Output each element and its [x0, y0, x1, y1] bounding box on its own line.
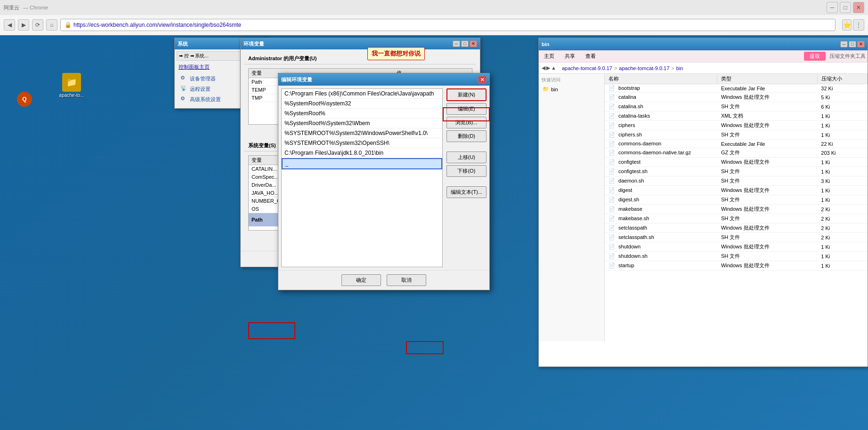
path-item-3[interactable]: %SystemRoot%\System32\Wbem [282, 119, 442, 128]
file-type-icon: 📄 [608, 85, 615, 91]
ribbon-tab-home[interactable]: 主页 [541, 51, 558, 61]
file-type: Windows 批处理文件 [717, 261, 817, 271]
file-name: 📄 daemon.sh [605, 176, 717, 186]
env-win-maximize[interactable]: □ [461, 40, 469, 47]
file-row[interactable]: 📄 setclasspath Windows 批处理文件 2 Ki [605, 223, 868, 233]
file-row[interactable]: 📄 shutdown.sh SH 文件 1 Ki [605, 252, 868, 261]
file-type-icon: 📄 [608, 132, 615, 137]
file-row[interactable]: 📄 makebase.sh SH 文件 2 Ki [605, 214, 868, 223]
new-path-btn[interactable]: 新建(N) [446, 88, 487, 101]
file-row[interactable]: 📄 configtest Windows 批处理文件 1 Ki [605, 158, 868, 167]
address-bar[interactable]: 🔒 https://ecs-workbench.aliyun.com/view/… [60, 19, 836, 31]
file-row[interactable]: 📄 catalina Windows 批处理文件 5 Ki [605, 93, 868, 102]
edit-dialog-titlebar[interactable]: 编辑环境变量 ✕ [278, 73, 489, 86]
delete-path-btn[interactable]: 删除(D) [446, 130, 487, 142]
maximize-btn[interactable]: □ [840, 2, 851, 13]
file-row[interactable]: 📄 catalina.sh SH 文件 6 Ki [605, 102, 868, 111]
dialog-cancel-btn[interactable]: 取消 [387, 274, 426, 286]
explorer-close[interactable]: ✕ [857, 41, 865, 48]
red-box-edit-btn [406, 341, 444, 354]
file-type-icon: 📄 [608, 206, 615, 212]
file-row[interactable]: 📄 digest.sh SH 文件 1 Ki [605, 195, 868, 205]
col-name-header[interactable]: 名称 [605, 74, 717, 84]
path-item-1[interactable]: %SystemRoot%\system32 [282, 99, 442, 109]
path-item-editing[interactable] [282, 158, 442, 169]
file-type-icon: 📄 [608, 215, 615, 221]
file-row[interactable]: 📄 makebase Windows 批处理文件 2 Ki [605, 205, 868, 214]
forward-btn[interactable]: ▶ [18, 19, 29, 31]
file-name-text: commons-daemon [618, 141, 661, 146]
red-box-path-row [248, 322, 295, 339]
file-row[interactable]: 📄 ciphers Windows 批处理文件 1 Ki [605, 121, 868, 130]
close-btn[interactable]: ✕ [853, 2, 864, 13]
path-item-2[interactable]: %SystemRoot% [282, 109, 442, 119]
minimize-btn[interactable]: ─ [827, 2, 838, 13]
path-list-area[interactable]: C:\Program Files (x86)\Common Files\Orac… [281, 88, 443, 267]
file-row[interactable]: 📄 catalina-tasks XML 文档 1 Ki [605, 111, 868, 121]
path-edit-input[interactable] [285, 161, 438, 167]
env-panel-titlebar[interactable]: 环境变量 ─ □ ✕ [241, 38, 480, 49]
bc-part3[interactable]: bin [676, 65, 683, 71]
file-type-icon: 📄 [608, 263, 615, 268]
file-name-text: shutdown.sh [618, 253, 648, 259]
ribbon-tab-share[interactable]: 共享 [561, 51, 578, 61]
browse-path-btn[interactable]: 浏览(B)... [446, 117, 487, 128]
col-type-header[interactable]: 类型 [717, 74, 817, 84]
ribbon-tab-view[interactable]: 查看 [582, 51, 599, 61]
env-win-minimize[interactable]: ─ [453, 40, 460, 47]
path-item-6[interactable]: C:\Program Files\Java\jdk1.8.0_201\bin [282, 148, 442, 158]
up-path-btn[interactable]: 上移(U) [446, 151, 487, 163]
dialog-confirm-btn[interactable]: 确定 [341, 274, 381, 286]
bc-part2[interactable]: apache-tomcat-9.0.17 [619, 65, 669, 71]
explorer-titlebar[interactable]: bin ─ □ ✕ [539, 38, 868, 50]
menu-btn[interactable]: ⋮ [853, 19, 864, 31]
breadcrumb-up[interactable]: ▲ [551, 65, 556, 71]
file-row[interactable]: 📄 commons-daemon Executable Jar File 22 … [605, 140, 868, 148]
edit-text-btn[interactable]: 编辑文本(T)... [446, 186, 487, 198]
file-name: 📄 ciphers.sh [605, 130, 717, 140]
file-name: 📄 catalina [605, 93, 717, 102]
explorer-minimize[interactable]: ─ [840, 41, 848, 48]
file-type-icon: 📄 [608, 244, 615, 249]
refresh-btn[interactable]: ⟳ [32, 19, 43, 31]
file-name-text: digest.sh [618, 197, 639, 202]
file-row[interactable]: 📄 digest Windows 批处理文件 1 Ki [605, 186, 868, 195]
file-row[interactable]: 📄 bootstrap Executable Jar File 32 Ki [605, 84, 868, 93]
desktop-icon-apache[interactable]: 📁 apache-to... [57, 73, 87, 98]
path-item-5[interactable]: %SYSTEMROOT%\System32\OpenSSH\ [282, 138, 442, 148]
bookmark-btn[interactable]: ⭐ [842, 19, 852, 31]
edit-path-btn[interactable]: 编辑(E) [446, 103, 487, 115]
file-row[interactable]: 📄 daemon.sh SH 文件 3 Ki [605, 176, 868, 186]
file-name-text: setclasspath.sh [618, 234, 654, 240]
path-item-0[interactable]: C:\Program Files (x86)\Common Files\Orac… [282, 89, 442, 99]
file-size: 2 Ki [817, 214, 867, 223]
desktop-icon-q[interactable]: Q [9, 92, 40, 108]
explorer-maximize[interactable]: □ [849, 41, 856, 48]
file-row[interactable]: 📄 setclasspath.sh SH 文件 2 Ki [605, 233, 868, 242]
file-type: XML 文档 [717, 111, 817, 121]
dialog-close-btn[interactable]: ✕ [478, 76, 487, 83]
left-nav-item[interactable]: 📁 bin [541, 85, 602, 93]
home-btn[interactable]: ⌂ [46, 19, 57, 31]
file-name-text: setclasspath [618, 225, 647, 231]
breadcrumb-back[interactable]: ◀ [542, 65, 545, 71]
down-path-btn[interactable]: 下移(O) [446, 165, 487, 177]
file-row[interactable]: 📄 shutdown Windows 批处理文件 1 Ki [605, 242, 868, 252]
env-win-close[interactable]: ✕ [470, 40, 477, 47]
annotation-overlay: 我一直都想对你说 [367, 47, 425, 60]
explorer-main[interactable]: 名称 类型 压缩大小 📄 bootstrap Executable Jar Fi… [605, 74, 868, 341]
file-row[interactable]: 📄 ciphers.sh SH 文件 1 Ki [605, 130, 868, 140]
tab-label[interactable]: 阿里云 [4, 4, 19, 11]
extract-btn[interactable]: 提取 [804, 52, 826, 61]
url-text: https://ecs-workbench.aliyun.com/view/in… [73, 22, 241, 28]
file-row[interactable]: 📄 startup Windows 批处理文件 1 Ki [605, 261, 868, 271]
file-type-icon: 📄 [608, 187, 615, 193]
breadcrumb-forward[interactable]: ▶ [546, 65, 550, 71]
file-row[interactable]: 📄 configtest.sh SH 文件 1 Ki [605, 167, 868, 176]
bc-part1[interactable]: apache-tomcat-9.0.17 [562, 65, 612, 71]
file-size: 1 Ki [817, 186, 867, 195]
col-size-header[interactable]: 压缩大小 [817, 74, 867, 84]
back-btn[interactable]: ◀ [4, 19, 15, 31]
file-row[interactable]: 📄 commons-daemon-native.tar.gz GZ 文件 203… [605, 148, 868, 158]
path-item-4[interactable]: %SYSTEMROOT%\System32\WindowsPowerShell\… [282, 128, 442, 138]
